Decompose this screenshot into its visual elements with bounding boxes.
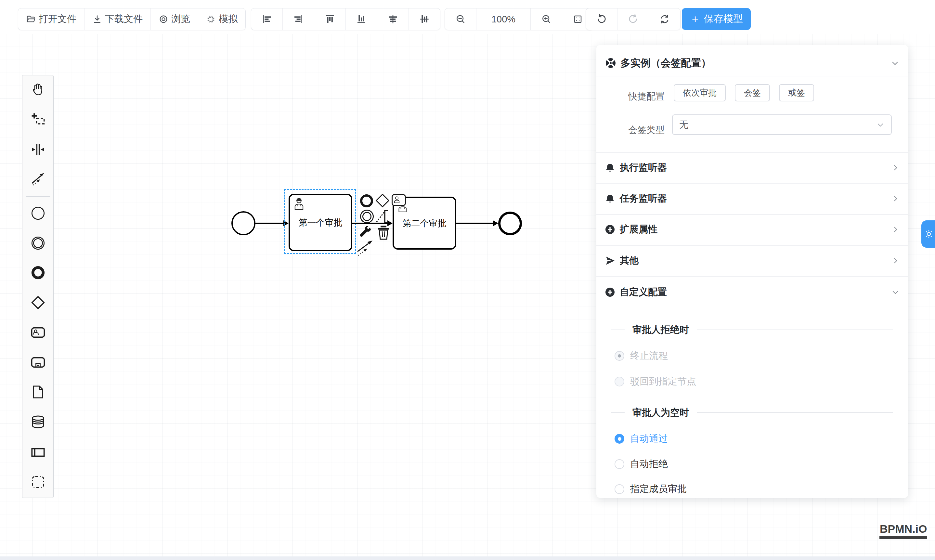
chip-icon: [206, 14, 216, 24]
radio-auto-reject[interactable]: 自动拒绝: [615, 456, 668, 472]
connect-icon[interactable]: [356, 239, 374, 256]
divider: [597, 245, 908, 246]
lasso-tool-icon: [31, 112, 46, 127]
radio-return-to-node[interactable]: 驳回到指定节点: [615, 373, 696, 390]
reject-group-title: 审批人拒绝时: [632, 323, 689, 336]
sign-type-select[interactable]: 无: [672, 114, 892, 135]
divider: [597, 152, 908, 153]
divider: [597, 276, 908, 277]
radio-auto-pass[interactable]: 自动通过: [615, 430, 668, 447]
create-gateway[interactable]: [22, 289, 53, 315]
download-file-button[interactable]: 下载文件: [84, 8, 151, 30]
zoom-in-button[interactable]: [531, 8, 562, 30]
create-end-event[interactable]: [22, 260, 53, 286]
align-center-horizontal-button[interactable]: [377, 8, 409, 30]
logo-text: BPMN.iO: [880, 523, 927, 539]
history-toolbar-group: [586, 8, 681, 30]
align-middle-vertical-button[interactable]: [409, 8, 440, 30]
save-model-button[interactable]: ＋ 保存模型: [682, 8, 751, 30]
radio-icon: [615, 484, 624, 494]
zoom-out-icon: [455, 14, 466, 25]
append-user-task-icon[interactable]: [392, 194, 406, 206]
open-file-label: 打开文件: [38, 13, 76, 26]
bpmn-io-logo[interactable]: BPMN.iO: [880, 523, 927, 539]
hand-tool[interactable]: [22, 77, 53, 103]
radio-icon: [615, 434, 624, 444]
end-event[interactable]: [498, 212, 522, 235]
sequence-flow-1[interactable]: [255, 223, 284, 224]
undo-button[interactable]: [586, 8, 617, 30]
sequential-approval-button[interactable]: 依次审批: [674, 84, 726, 102]
align-toolbar-group: [251, 8, 440, 30]
divider: [597, 76, 908, 76]
delete-trash-icon[interactable]: [377, 225, 390, 240]
space-tool[interactable]: [22, 137, 53, 163]
align-bottom-button[interactable]: [346, 8, 377, 30]
create-participant[interactable]: [22, 439, 53, 465]
countersign-button[interactable]: 会签: [735, 84, 770, 102]
align-left-icon: [261, 14, 272, 25]
radio-terminate-process[interactable]: 终止流程: [615, 348, 668, 365]
settings-tab[interactable]: [921, 220, 935, 248]
change-type-wrench-icon[interactable]: [357, 224, 373, 240]
task-first-approval[interactable]: 第一个审批: [289, 194, 352, 251]
undo-icon: [597, 14, 607, 25]
radio-label: 驳回到指定节点: [630, 375, 696, 388]
align-middle-vertical-icon: [419, 14, 430, 25]
section-custom-config[interactable]: 自定义配置: [605, 284, 900, 301]
append-text-annotation-icon[interactable]: [374, 208, 389, 225]
user-icon: [393, 195, 400, 203]
or-sign-button[interactable]: 或签: [779, 84, 814, 102]
sign-type-label: 会签类型: [626, 124, 664, 136]
start-event[interactable]: [231, 211, 255, 235]
empty-group-header: 审批人为空时: [611, 406, 893, 419]
create-group[interactable]: [22, 469, 53, 495]
create-user-task[interactable]: [22, 320, 53, 346]
section-task-listener[interactable]: 任务监听器: [605, 190, 900, 207]
preview-button[interactable]: 浏览: [151, 8, 198, 30]
align-top-button[interactable]: [314, 8, 346, 30]
append-intermediate-event-icon[interactable]: [360, 210, 374, 223]
radio-assign-member[interactable]: 指定成员审批: [615, 481, 687, 498]
global-connect-tool[interactable]: [22, 166, 53, 192]
lasso-tool[interactable]: [22, 107, 53, 132]
zoom-out-button[interactable]: [445, 8, 476, 30]
align-right-button[interactable]: [282, 8, 314, 30]
section-extended-properties[interactable]: 扩展属性: [605, 221, 900, 238]
multi-instance-header[interactable]: 多实例（会签配置）: [605, 55, 900, 71]
radio-icon: [615, 459, 624, 469]
sequence-flow-3[interactable]: [456, 223, 494, 224]
reset-button[interactable]: [649, 8, 680, 30]
create-call-activity[interactable]: [22, 349, 53, 375]
user-task-icon: [31, 325, 46, 340]
task-label: 第二个审批: [403, 217, 446, 229]
create-start-event[interactable]: [22, 200, 53, 226]
chevron-down-icon: [891, 288, 900, 296]
open-file-button[interactable]: 打开文件: [18, 8, 84, 30]
align-left-button[interactable]: [251, 8, 282, 30]
data-store-icon: [31, 414, 46, 429]
simulate-label: 模拟: [219, 13, 238, 26]
chevron-down-icon[interactable]: [890, 58, 900, 68]
redo-button[interactable]: [617, 8, 649, 30]
palette-divider: [26, 196, 50, 197]
chevron-right-icon: [891, 225, 900, 234]
divider: [597, 214, 908, 215]
user-icon: [292, 197, 306, 211]
zoom-level[interactable]: 100%: [476, 8, 531, 30]
participant-icon: [31, 445, 46, 460]
align-center-horizontal-icon: [388, 14, 398, 25]
simulate-button[interactable]: 模拟: [198, 8, 245, 30]
chevron-right-icon: [891, 194, 900, 203]
create-data-store[interactable]: [22, 409, 53, 435]
section-other[interactable]: 其他: [605, 252, 900, 269]
create-intermediate-event[interactable]: [22, 230, 53, 256]
align-bottom-icon: [356, 14, 367, 25]
section-label: 任务监听器: [620, 192, 887, 205]
create-data-object[interactable]: [22, 379, 53, 405]
section-execution-listener[interactable]: 执行监听器: [605, 159, 900, 176]
section-label: 自定义配置: [620, 286, 887, 299]
append-end-event-icon[interactable]: [360, 194, 373, 208]
reject-group-header: 审批人拒绝时: [611, 323, 893, 336]
divider: [611, 329, 624, 330]
